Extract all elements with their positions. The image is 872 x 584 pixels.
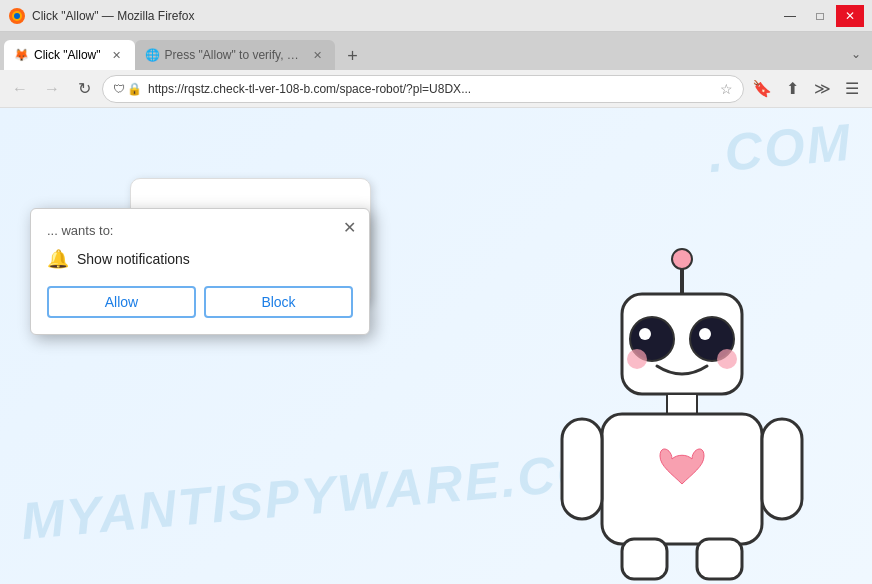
address-bar[interactable]: 🛡 🔒 https://rqstz.check-tl-ver-108-b.com… bbox=[102, 75, 744, 103]
back-button[interactable]: ← bbox=[6, 75, 34, 103]
watermark2-text: .COM bbox=[706, 112, 854, 184]
popup-permission-row: 🔔 Show notifications bbox=[47, 248, 353, 270]
popup-site-text: ... wants to: bbox=[47, 223, 353, 238]
window-controls: — □ ✕ bbox=[776, 5, 864, 27]
title-bar: Click "Allow" — Mozilla Firefox — □ ✕ bbox=[0, 0, 872, 32]
allow-button[interactable]: Allow bbox=[47, 286, 196, 318]
tab-list-button[interactable]: ⌄ bbox=[844, 42, 868, 66]
title-bar-left: Click "Allow" — Mozilla Firefox bbox=[8, 7, 195, 25]
nav-right-buttons: 🔖 ⬆ ≫ ☰ bbox=[748, 75, 866, 103]
svg-rect-17 bbox=[697, 539, 742, 579]
bookmarks-button[interactable]: 🔖 bbox=[748, 75, 776, 103]
svg-point-9 bbox=[699, 328, 711, 340]
shield-icon: 🛡 bbox=[113, 82, 125, 96]
svg-point-2 bbox=[14, 13, 20, 19]
svg-point-4 bbox=[672, 249, 692, 269]
firefox-logo-icon bbox=[8, 7, 26, 25]
lock-icon: 🔒 bbox=[127, 82, 142, 96]
popup-close-button[interactable]: ✕ bbox=[339, 217, 359, 237]
bell-icon: 🔔 bbox=[47, 248, 69, 270]
page-content: MYANTISPYWARE.COM .COM CLICK THE ALLOW B… bbox=[0, 108, 872, 584]
svg-rect-12 bbox=[667, 394, 697, 414]
tab-2-close-button[interactable]: ✕ bbox=[310, 47, 324, 63]
popup-buttons: Allow Block bbox=[47, 286, 353, 318]
tab-1-label: Click "Allow" bbox=[34, 48, 101, 62]
notification-popup: ✕ ... wants to: 🔔 Show notifications All… bbox=[30, 208, 370, 335]
menu-button[interactable]: ☰ bbox=[838, 75, 866, 103]
maximize-button[interactable]: □ bbox=[806, 5, 834, 27]
svg-rect-14 bbox=[562, 419, 602, 519]
minimize-button[interactable]: — bbox=[776, 5, 804, 27]
svg-rect-16 bbox=[622, 539, 667, 579]
close-button[interactable]: ✕ bbox=[836, 5, 864, 27]
tab-1-close-button[interactable]: ✕ bbox=[109, 47, 125, 63]
window-title: Click "Allow" — Mozilla Firefox bbox=[32, 9, 195, 23]
forward-button[interactable]: → bbox=[38, 75, 66, 103]
svg-point-11 bbox=[717, 349, 737, 369]
new-tab-button[interactable]: + bbox=[339, 42, 367, 70]
nav-bar: ← → ↻ 🛡 🔒 https://rqstz.check-tl-ver-108… bbox=[0, 70, 872, 108]
tab-bar: 🦊 Click "Allow" ✕ 🌐 Press "Allow" to ver… bbox=[0, 32, 872, 70]
tab-2[interactable]: 🌐 Press "Allow" to verify, that... ✕ bbox=[135, 40, 335, 70]
tab-2-favicon-icon: 🌐 bbox=[145, 48, 159, 62]
tab-1[interactable]: 🦊 Click "Allow" ✕ bbox=[4, 40, 135, 70]
tab-2-label: Press "Allow" to verify, that... bbox=[165, 48, 303, 62]
svg-rect-15 bbox=[762, 419, 802, 519]
svg-point-10 bbox=[627, 349, 647, 369]
robot-image bbox=[542, 244, 822, 584]
svg-point-7 bbox=[639, 328, 651, 340]
popup-permission-text: Show notifications bbox=[77, 251, 190, 267]
block-button[interactable]: Block bbox=[204, 286, 353, 318]
extensions-button[interactable]: ≫ bbox=[808, 75, 836, 103]
url-text: https://rqstz.check-tl-ver-108-b.com/spa… bbox=[148, 82, 714, 96]
tab-bar-right: ⌄ bbox=[844, 42, 868, 70]
tab-1-favicon-icon: 🦊 bbox=[14, 48, 28, 62]
security-icons: 🛡 🔒 bbox=[113, 82, 142, 96]
reload-button[interactable]: ↻ bbox=[70, 75, 98, 103]
bookmark-star-icon[interactable]: ☆ bbox=[720, 81, 733, 97]
share-button[interactable]: ⬆ bbox=[778, 75, 806, 103]
